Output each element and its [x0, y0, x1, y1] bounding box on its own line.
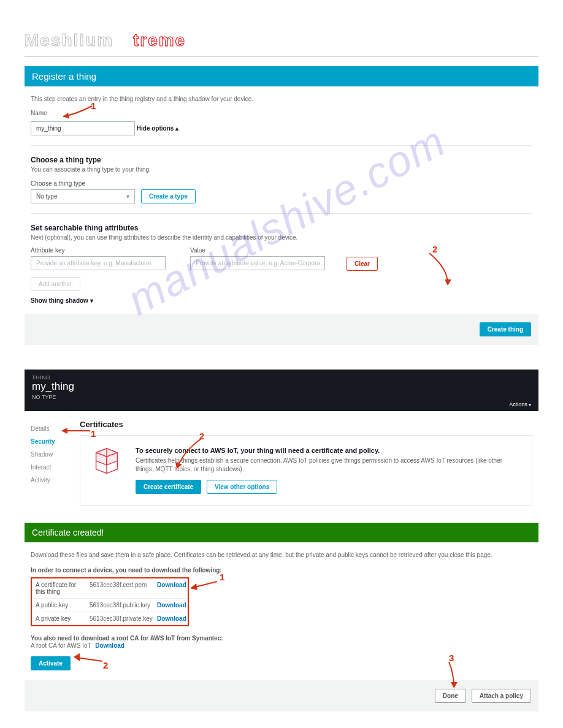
thing-body: Details Security Shadow Interact Activit… [25, 411, 538, 512]
done-button[interactable]: Done [435, 689, 466, 703]
clear-button[interactable]: Clear [347, 257, 378, 271]
table-row: A public key 5613cec38f.public.key Downl… [32, 599, 188, 612]
root-ca-text: A root CA for AWS IoT [31, 642, 91, 649]
name-input[interactable] [31, 121, 135, 135]
chevron-down-icon [126, 193, 129, 200]
masthead-word-a: Meshlium [25, 31, 113, 50]
attr-key-input[interactable] [31, 256, 166, 270]
cert-created-panel: Certificate created! Download these file… [25, 523, 538, 711]
register-body: This step creates an entry in the thing … [25, 86, 538, 310]
download-table: A certificate for this thing 5613cec38f.… [31, 577, 189, 626]
register-banner: Register a thing [25, 66, 538, 86]
cert-card-title: To securely connect to AWS IoT, your thi… [136, 447, 521, 454]
sidebar-item-details[interactable]: Details [31, 422, 74, 435]
download-header: In order to connect a device, you need t… [31, 567, 532, 574]
row-label: A public key [32, 599, 86, 612]
download-link[interactable]: Download [157, 615, 186, 622]
thing-sidebar: Details Security Shadow Interact Activit… [31, 420, 74, 487]
masthead: Meshlium treme [25, 0, 538, 57]
row-file: 5613cec38f.public.key [86, 599, 153, 612]
sidebar-item-activity[interactable]: Activity [31, 474, 74, 487]
masthead-word-b: treme [133, 31, 186, 50]
actions-menu[interactable]: Actions [32, 400, 531, 408]
cert-card-desc: Certificates help things establish a sec… [136, 457, 521, 474]
name-label: Name [31, 110, 532, 116]
row-label: A certificate for this thing [32, 578, 86, 598]
shield-boxes-icon [89, 444, 124, 480]
thing-notype: NO TYPE [32, 394, 531, 400]
register-footer: Create thing [25, 314, 538, 345]
view-other-options-button[interactable]: View other options [207, 480, 277, 494]
thing-name-title: my_thing [32, 381, 531, 393]
table-row: A certificate for this thing 5613cec38f.… [32, 578, 188, 599]
attr-heading: Set searchable thing attributes [31, 224, 532, 232]
cert-created-banner: Certificate created! [25, 523, 538, 542]
attr-value-label: Value [190, 247, 340, 254]
create-certificate-button[interactable]: Create certificate [136, 480, 201, 494]
thing-type-desc: You can associate a thing type to your t… [31, 165, 532, 174]
register-thing-panel: Register a thing This step creates an en… [25, 66, 538, 345]
certificates-heading: Certificates [80, 420, 532, 429]
hide-options-toggle[interactable]: Hide options [137, 125, 178, 132]
register-intro: This step creates an entry in the thing … [31, 95, 532, 104]
attr-desc: Next (optional), you can use thing attri… [31, 233, 532, 242]
row-file: 5613cec38f.private.key [86, 612, 153, 625]
row-file: 5613cec38f.cert.pem [86, 578, 153, 598]
create-type-button[interactable]: Create a type [141, 189, 196, 203]
attach-policy-button[interactable]: Attach a policy [472, 689, 531, 703]
cert-created-footer: Done Attach a policy [25, 680, 538, 711]
sidebar-item-shadow[interactable]: Shadow [31, 448, 74, 461]
root-ca-heading: You also need to download a root CA for … [31, 635, 532, 642]
thing-type-heading: Choose a thing type [31, 156, 532, 164]
thing-detail-panel: THING my_thing NO TYPE Actions Details S… [25, 370, 538, 512]
sidebar-item-security[interactable]: Security [31, 435, 74, 448]
attr-value-input[interactable] [190, 256, 325, 270]
activate-button[interactable]: Activate [31, 656, 71, 670]
show-thing-shadow-toggle[interactable]: Show thing shadow [31, 297, 93, 304]
download-link[interactable]: Download [157, 602, 186, 609]
thing-type-label: Choose a thing type [31, 180, 532, 187]
add-another-button: Add another [31, 277, 80, 291]
sidebar-item-interact[interactable]: Interact [31, 461, 74, 474]
cert-created-body: Download these files and save them in a … [25, 542, 538, 677]
table-row: A private key 5613cec38f.private.key Dow… [32, 612, 188, 625]
thing-banner: THING my_thing NO TYPE Actions [25, 370, 538, 411]
download-link[interactable]: Download [157, 582, 186, 588]
thing-type-selected-value: No type [36, 193, 57, 200]
thing-eyebrow: THING [32, 374, 531, 381]
root-ca-line: A root CA for AWS IoT Download [31, 642, 532, 650]
root-ca-download-link[interactable]: Download [95, 642, 124, 649]
cert-created-intro: Download these files and save them in a … [31, 551, 532, 559]
cert-card: To securely connect to AWS IoT, your thi… [80, 435, 532, 506]
attr-key-label: Attribute key [31, 247, 184, 254]
create-thing-button[interactable]: Create thing [480, 322, 531, 336]
row-label: A private key [32, 612, 86, 625]
thing-main: Certificates To securely connect to AWS … [80, 420, 532, 506]
thing-type-select[interactable]: No type [31, 189, 135, 203]
